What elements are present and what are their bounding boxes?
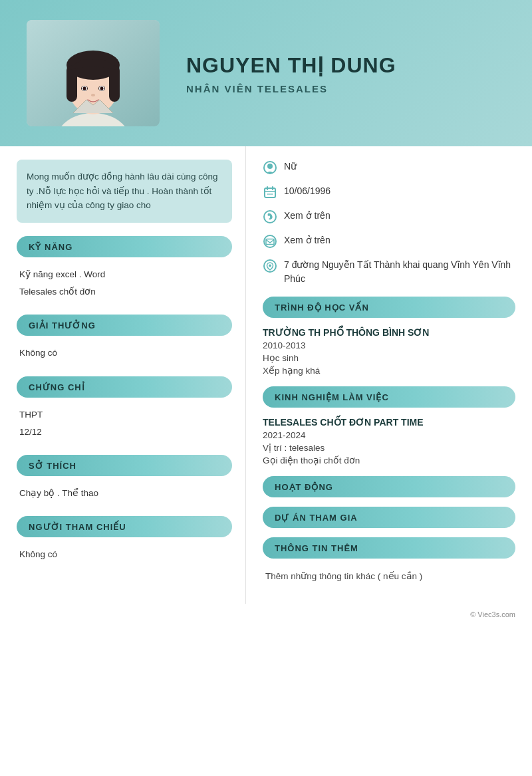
- header: NGUYEN THỊ DUNG NHÂN VIÊN TELESALES: [0, 0, 532, 146]
- chung-chi-header: CHỨNG CHỈ: [17, 376, 232, 398]
- personal-info: Nữ 10/06/1996: [263, 160, 515, 286]
- nguoi-tham-chieu-item-0: Không có: [19, 548, 229, 561]
- svg-rect-6: [109, 65, 120, 102]
- trinh-do-title: TRÌNH ĐỘ HỌC VẤN: [275, 303, 369, 313]
- section-ky-nang: KỸ NĂNG Kỹ năng excel . Word Telesales c…: [17, 236, 232, 310]
- nguoi-tham-chieu-header: NGƯỜI THAM CHIẾU: [17, 516, 232, 537]
- objective-box: Mong muốn được đồng hành lâu dài cùng cô…: [17, 160, 232, 223]
- dob-row: 10/06/1996: [263, 184, 515, 199]
- gender-text: Nữ: [284, 160, 515, 174]
- trinh-do-header: TRÌNH ĐỘ HỌC VẤN: [263, 297, 515, 318]
- nguoi-tham-chieu-content: Không có: [17, 545, 232, 572]
- email-text: Xem ở trên: [284, 233, 515, 247]
- chung-chi-item-1: 12/12: [19, 426, 229, 439]
- svg-point-11: [83, 87, 86, 90]
- objective-text: Mong muốn được đồng hành lâu dài cùng cô…: [27, 172, 217, 210]
- ky-nang-item-0: Kỹ năng excel . Word: [19, 268, 229, 281]
- section-du-an: DỰ ÁN THAM GIA: [263, 507, 515, 528]
- phone-text: Xem ở trên: [284, 209, 515, 223]
- svg-point-13: [91, 94, 95, 96]
- svg-point-24: [269, 265, 271, 267]
- dob-icon: [263, 185, 277, 199]
- trinh-do-content: TRƯỜNG TH PHỔ THÔNG BÌNH SƠN 2010-2013 H…: [263, 327, 515, 376]
- giai-thuong-content: Không có: [17, 344, 232, 370]
- giai-thuong-title: GIẢI THƯỞNG: [29, 321, 96, 330]
- address-text: 7 đường Nguyễn Tất Thành khai quang Vĩnh…: [284, 258, 515, 286]
- address-row: 7 đường Nguyễn Tất Thành khai quang Vĩnh…: [263, 258, 515, 286]
- main-content: Mong muốn được đồng hành lâu dài cùng cô…: [0, 146, 532, 604]
- dob-text: 10/06/1996: [284, 184, 515, 198]
- chung-chi-title: CHỨNG CHỈ: [29, 382, 85, 392]
- right-column: Nữ 10/06/1996: [246, 146, 532, 604]
- thong-tin-them-header: THÔNG TIN THÊM: [263, 537, 515, 559]
- giai-thuong-header: GIẢI THƯỞNG: [17, 315, 232, 336]
- nguoi-tham-chieu-title: NGƯỜI THAM CHIẾU: [29, 522, 126, 532]
- section-thong-tin-them: THÔNG TIN THÊM Thêm những thông tin khác…: [263, 537, 515, 584]
- ky-nang-item-1: Telesales chốt đơn: [19, 285, 229, 299]
- svg-point-19: [271, 194, 273, 195]
- hoat-dong-title: HOẠT ĐỘNG: [275, 482, 333, 492]
- thong-tin-them-content: Thêm những thông tin khác ( nếu cần ): [263, 568, 515, 584]
- section-hoat-dong: HOẠT ĐỘNG: [263, 476, 515, 497]
- footer-credit: © Viec3s.com: [470, 610, 515, 618]
- svg-rect-5: [66, 65, 77, 102]
- giai-thuong-item-0: Không có: [19, 346, 229, 360]
- edu-school-0: TRƯỜNG TH PHỔ THÔNG BÌNH SƠN: [263, 327, 515, 338]
- svg-point-18: [269, 194, 271, 195]
- kinh-nghiem-content: TELESALES CHỐT ĐƠN PART TIME 2021-2024 V…: [263, 417, 515, 465]
- edu-rank-0: Xếp hạng khá: [263, 365, 515, 376]
- section-kinh-nghiem: KINH NGHIỆM LÀM VIỆC TELESALES CHỐT ĐƠN …: [263, 386, 515, 465]
- ky-nang-content: Kỹ năng excel . Word Telesales chốt đơn: [17, 265, 232, 310]
- job-year-0: 2021-2024: [263, 430, 515, 440]
- kinh-nghiem-header: KINH NGHIỆM LÀM VIỆC: [263, 386, 515, 408]
- svg-rect-16: [265, 188, 275, 197]
- thong-tin-them-title: THÔNG TIN THÊM: [275, 543, 358, 553]
- candidate-name: NGUYEN THỊ DUNG: [186, 53, 505, 78]
- job-title-0: TELESALES CHỐT ĐƠN PART TIME: [263, 417, 515, 428]
- du-an-title: DỰ ÁN THAM GIA: [275, 513, 358, 523]
- kinh-nghiem-title: KINH NGHIỆM LÀM VIỆC: [275, 392, 389, 402]
- footer: © Viec3s.com: [0, 604, 532, 625]
- left-column: Mong muốn được đồng hành lâu dài cùng cô…: [0, 146, 246, 604]
- so-thich-content: Chạy bộ . Thể thao: [17, 484, 232, 511]
- section-trinh-do: TRÌNH ĐỘ HỌC VẤN TRƯỜNG TH PHỔ THÔNG BÌN…: [263, 297, 515, 376]
- email-icon: [263, 234, 277, 249]
- section-chung-chi: CHỨNG CHỈ THPT 12/12: [17, 376, 232, 450]
- address-icon: [263, 259, 277, 273]
- job-desc-0: Gọi điện thoại chốt đơn: [263, 455, 515, 465]
- ky-nang-header: KỸ NĂNG: [17, 236, 232, 257]
- chung-chi-content: THPT 12/12: [17, 406, 232, 450]
- edu-role-0: Học sinh: [263, 352, 515, 363]
- so-thich-item-0: Chạy bộ . Thể thao: [19, 487, 229, 500]
- ky-nang-title: KỸ NĂNG: [29, 242, 72, 252]
- svg-point-12: [100, 87, 104, 90]
- so-thich-title: SỞ THÍCH: [29, 461, 76, 471]
- phone-row: Xem ở trên: [263, 209, 515, 224]
- svg-point-20: [264, 211, 276, 223]
- profile-photo: [27, 20, 160, 126]
- section-giai-thuong: GIẢI THƯỞNG Không có: [17, 315, 232, 370]
- svg-point-15: [267, 164, 273, 169]
- section-so-thich: SỞ THÍCH Chạy bộ . Thể thao: [17, 455, 232, 511]
- header-info: NGUYEN THỊ DUNG NHÂN VIÊN TELESALES: [186, 53, 505, 94]
- du-an-header: DỰ ÁN THAM GIA: [263, 507, 515, 528]
- hoat-dong-header: HOẠT ĐỘNG: [263, 476, 515, 497]
- thong-tin-them-item-0: Thêm những thông tin khác ( nếu cần ): [265, 571, 513, 581]
- svg-rect-22: [266, 239, 274, 245]
- edu-year-0: 2010-2013: [263, 340, 515, 350]
- section-nguoi-tham-chieu: NGƯỜI THAM CHIẾU Không có: [17, 516, 232, 572]
- so-thich-header: SỞ THÍCH: [17, 455, 232, 476]
- gender-row: Nữ: [263, 160, 515, 175]
- svg-point-17: [267, 194, 269, 195]
- candidate-title: NHÂN VIÊN TELESALES: [186, 83, 505, 94]
- email-row: Xem ở trên: [263, 233, 515, 249]
- chung-chi-item-0: THPT: [19, 408, 229, 422]
- job-role-0: Vị trí : telesales: [263, 442, 515, 453]
- phone-icon: [263, 209, 277, 224]
- gender-icon: [263, 160, 277, 175]
